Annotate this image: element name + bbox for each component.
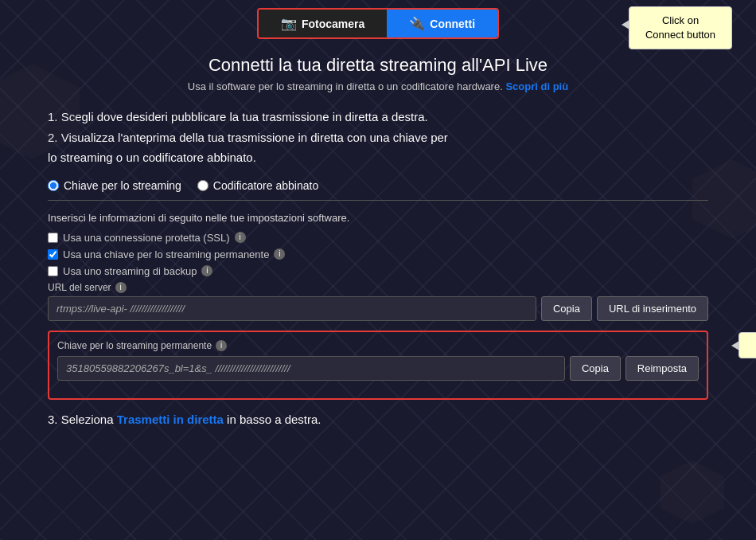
stream-key-input[interactable] <box>57 356 565 381</box>
tooltip-connect: Click on Connect button <box>629 6 732 49</box>
camera-label: Fotocamera <box>302 18 364 30</box>
checkbox-permanent-key[interactable] <box>48 249 58 260</box>
url-input[interactable] <box>48 296 536 321</box>
url-info-icon[interactable]: i <box>115 282 127 293</box>
page-title: Connetti la tua diretta streaming all'AP… <box>48 55 708 76</box>
steps-list: 1. Scegli dove desideri pubblicare la tu… <box>48 107 708 168</box>
camera-button[interactable]: 📷 Fotocamera <box>259 10 387 37</box>
top-bar-buttons: 📷 Fotocamera 🔌 Connetti <box>257 8 499 39</box>
checkbox-ssl-row: Usa una connessione protetta (SSL) i <box>48 232 708 244</box>
top-bar: 📷 Fotocamera 🔌 Connetti Click on Connect… <box>0 0 756 47</box>
radio-streaming-input[interactable] <box>48 180 59 191</box>
step1: 1. Scegli dove desideri pubblicare la tu… <box>48 107 708 127</box>
connect-button[interactable]: 🔌 Connetti <box>387 10 497 37</box>
radio-encoder-option[interactable]: Codificatore abbinato <box>197 179 318 192</box>
camera-icon: 📷 <box>281 16 297 31</box>
radio-streaming-label: Chiave per lo streaming <box>64 179 181 192</box>
checkbox-backup[interactable] <box>48 266 58 276</box>
checkbox-permanent-label: Usa una chiave per lo streaming permanen… <box>63 248 269 260</box>
subtitle-link[interactable]: Scopri di più <box>505 80 568 92</box>
copy-stream-key-button[interactable]: Copia <box>570 356 621 381</box>
stream-key-box: Chiave per lo streaming permanente i Cop… <box>48 331 708 400</box>
connect-icon: 🔌 <box>409 16 425 31</box>
tooltip-connect-line2: Connect button <box>645 29 715 41</box>
bg-hex-right2 <box>661 460 724 524</box>
page-subtitle: Usa il software per lo streaming in dire… <box>48 80 708 92</box>
step3-after: in basso a destra. <box>224 413 321 426</box>
stream-key-label-text: Chiave per lo streaming permanente <box>57 340 212 351</box>
url-field-label: URL del server i <box>48 282 708 293</box>
main-content: Connetti la tua diretta streaming all'AP… <box>0 47 756 434</box>
stream-key-info-icon[interactable]: i <box>216 340 227 351</box>
step3-before: 3. Seleziona <box>48 413 117 426</box>
url-input-row: Copia URL di inserimento <box>48 296 708 321</box>
stream-key-input-row: Copia Reimposta <box>57 356 699 381</box>
copy-url-button[interactable]: Copia <box>541 296 592 321</box>
checkbox-backup-label: Usa uno streaming di backup <box>63 265 197 277</box>
tooltip-stream-key: Stream Key <box>738 332 756 358</box>
connect-label: Connetti <box>430 18 475 30</box>
checkbox-backup-row: Usa uno streaming di backup i <box>48 265 708 277</box>
step3: 3. Seleziona Trasmetti in diretta in bas… <box>48 413 708 426</box>
checkbox-ssl[interactable] <box>48 233 58 243</box>
subtitle-text: Usa il software per lo streaming in dire… <box>188 80 503 92</box>
stream-key-label: Chiave per lo streaming permanente i <box>57 340 699 351</box>
checkbox-ssl-label: Usa una connessione protetta (SSL) <box>63 232 230 244</box>
section-description: Inserisci le informazioni di seguito nel… <box>48 212 708 224</box>
radio-streaming-option[interactable]: Chiave per lo streaming <box>48 179 181 192</box>
step2a: 2. Visualizza l'anteprima della tua tras… <box>48 127 708 148</box>
url-insert-button[interactable]: URL di inserimento <box>597 296 708 321</box>
step2b: lo streaming o un codificatore abbinato. <box>48 147 708 168</box>
radio-encoder-label: Codificatore abbinato <box>213 179 318 192</box>
reset-stream-key-button[interactable]: Reimposta <box>625 356 699 381</box>
checkbox-permanent-row: Usa una chiave per lo streaming permanen… <box>48 248 708 260</box>
url-label-text: URL del server <box>48 282 111 293</box>
ssl-info-icon[interactable]: i <box>235 232 246 243</box>
step3-bold: Trasmetti in diretta <box>117 413 224 426</box>
radio-encoder-input[interactable] <box>197 180 208 191</box>
tooltip-connect-line1: Click on <box>662 14 699 26</box>
backup-info-icon[interactable]: i <box>201 265 212 276</box>
radio-group: Chiave per lo streaming Codificatore abb… <box>48 179 708 201</box>
permanent-info-icon[interactable]: i <box>274 248 285 260</box>
